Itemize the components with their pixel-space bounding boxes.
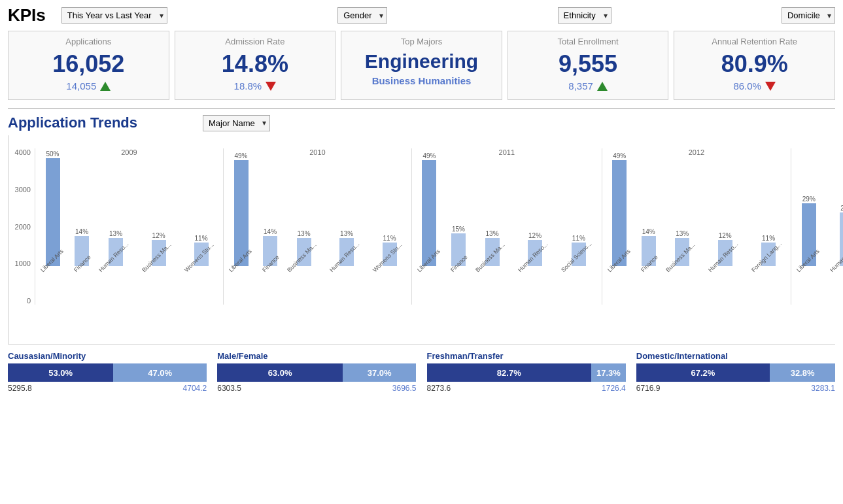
kpi-majors-value: Engineering bbox=[349, 50, 494, 73]
kpi-retention-label: Annual Retention Rate bbox=[682, 37, 827, 46]
kpi-card-admission: Admission Rate 14.8% 18.8% bbox=[175, 31, 336, 100]
stat-title-3: Domestic/International bbox=[636, 351, 835, 361]
kpi-enrollment-sub: 8,357 bbox=[568, 80, 593, 92]
bar-col-2-0: 49%Liberal Arts bbox=[413, 152, 445, 305]
year-group-2013: 201329%Liberal Arts25%Human Reso...19%Fi… bbox=[791, 148, 843, 305]
stat-bar-row-2: 82.7%17.3% bbox=[427, 363, 626, 382]
bar-col-3-0: 49%Liberal Arts bbox=[604, 152, 636, 305]
bars-row-2012: 49%Liberal Arts14%Finance13%Business Ma.… bbox=[604, 148, 790, 305]
kpi-applications-sub: 14,055 bbox=[66, 80, 96, 92]
bar-col-4-1: 25%Human Reso... bbox=[826, 205, 843, 305]
bars-row-2011: 49%Liberal Arts15%Finance13%Business Ma.… bbox=[413, 148, 600, 305]
stat-bar-row-1: 63.0%37.0% bbox=[217, 363, 416, 382]
bars-row-2013: 29%Liberal Arts25%Human Reso...19%Financ… bbox=[793, 148, 843, 305]
kpi-majors-sub: Business Humanities bbox=[372, 75, 472, 86]
application-chart: 4000 3000 2000 1000 0 200950%Liberal Art… bbox=[8, 135, 835, 344]
stat-title-2: Freshman/Transfer bbox=[427, 351, 626, 361]
kpi-enrollment-label: Total Enrollment bbox=[516, 37, 661, 46]
kpi-enrollment-value: 9,555 bbox=[516, 50, 661, 78]
major-filter-select[interactable]: Major Name bbox=[203, 115, 270, 131]
kpi-retention-value: 80.9% bbox=[682, 50, 827, 78]
bar-col-2-3: 12%Human Reso... bbox=[514, 232, 556, 305]
kpi-card-majors: Top Majors Engineering Business Humaniti… bbox=[341, 31, 502, 100]
kpi-card-applications: Applications 16,052 14,055 bbox=[8, 31, 169, 100]
bar-col-3-3: 12%Human Reso... bbox=[704, 232, 746, 305]
trend-up-icon bbox=[100, 82, 111, 91]
domicile-filter-wrapper[interactable]: Domicile bbox=[782, 7, 835, 24]
year-label-2012: 2012 bbox=[689, 148, 704, 156]
stat-title-1: Male/Female bbox=[217, 351, 416, 361]
trend-down-icon-2 bbox=[765, 82, 776, 91]
bar-col-0-3: 12%Business Ma... bbox=[138, 232, 179, 305]
kpi-majors-label: Top Majors bbox=[349, 37, 494, 46]
stat-group-3: Domestic/International67.2%32.8%6716.932… bbox=[636, 351, 835, 393]
trends-title: Application Trends bbox=[8, 114, 137, 131]
bar-col-2-2: 13%Business Ma... bbox=[472, 230, 513, 305]
chart-bars-area: 200950%Liberal Arts14%Finance13%Human Re… bbox=[9, 135, 835, 344]
time-filter-wrapper[interactable]: This Year vs Last Year bbox=[61, 7, 167, 24]
year-group-2012: 201249%Liberal Arts14%Finance13%Business… bbox=[602, 148, 791, 305]
year-label-2011: 2011 bbox=[499, 148, 515, 156]
trend-up-icon-2 bbox=[597, 82, 608, 91]
trends-header: Application Trends Major Name bbox=[8, 109, 835, 131]
ethnicity-filter-wrapper[interactable]: Ethnicity bbox=[558, 7, 611, 24]
bar-col-0-2: 13%Human Reso... bbox=[95, 230, 137, 305]
year-label-2010: 2010 bbox=[309, 148, 325, 156]
page-title: KPIs bbox=[8, 5, 46, 25]
kpi-cards-section: Applications 16,052 14,055 Admission Rat… bbox=[0, 31, 843, 108]
bars-row-2009: 50%Liberal Arts14%Finance13%Human Reso..… bbox=[37, 148, 222, 305]
bar-col-3-4: 11%Foreign Lang... bbox=[748, 235, 790, 305]
stat-group-2: Freshman/Transfer82.7%17.3%8273.61726.4 bbox=[427, 351, 626, 393]
kpi-card-enrollment: Total Enrollment 9,555 8,357 bbox=[508, 31, 669, 100]
year-group-2010: 201049%Liberal Arts14%Finance13%Business… bbox=[223, 148, 411, 305]
page-header: KPIs This Year vs Last Year Gender Ethni… bbox=[0, 0, 843, 31]
bar-col-4-0: 29%Liberal Arts bbox=[793, 195, 825, 305]
bars-row-2010: 49%Liberal Arts14%Finance13%Business Ma.… bbox=[225, 148, 410, 305]
bar-col-0-0: 50%Liberal Arts bbox=[37, 150, 69, 305]
domicile-filter-select[interactable]: Domicile bbox=[782, 7, 835, 24]
bar-col-2-4: 11%Social Scienc... bbox=[557, 235, 600, 305]
kpi-retention-sub: 86.0% bbox=[733, 80, 761, 92]
major-filter-wrapper[interactable]: Major Name bbox=[203, 115, 270, 131]
stat-group-1: Male/Female63.0%37.0%6303.53696.5 bbox=[217, 351, 416, 393]
year-group-2009: 200950%Liberal Arts14%Finance13%Human Re… bbox=[35, 148, 223, 305]
bar-col-1-3: 13%Human Reso... bbox=[326, 230, 368, 305]
kpi-card-retention: Annual Retention Rate 80.9% 86.0% bbox=[674, 31, 835, 100]
stat-bar-row-3: 67.2%32.8% bbox=[636, 363, 835, 382]
kpi-admission-sub: 18.8% bbox=[234, 80, 262, 92]
bar-col-1-4: 11%Womens Stu... bbox=[369, 235, 410, 305]
kpi-applications-label: Applications bbox=[16, 37, 161, 46]
bar-col-1-2: 13%Business Ma... bbox=[283, 230, 324, 305]
bar-col-3-2: 13%Business Ma... bbox=[662, 230, 703, 305]
bottom-stats-section: Causasian/Minority53.0%47.0%5295.84704.2… bbox=[0, 344, 843, 395]
bar-col-1-0: 49%Liberal Arts bbox=[225, 152, 257, 305]
year-group-2011: 201149%Liberal Arts15%Finance13%Business… bbox=[411, 148, 602, 305]
stat-bar-row-0: 53.0%47.0% bbox=[8, 363, 207, 382]
trend-down-icon bbox=[266, 82, 276, 91]
kpi-applications-value: 16,052 bbox=[16, 50, 161, 78]
kpi-admission-value: 14.8% bbox=[183, 50, 328, 78]
gender-filter-select[interactable]: Gender bbox=[337, 7, 387, 24]
stat-group-0: Causasian/Minority53.0%47.0%5295.84704.2 bbox=[8, 351, 207, 393]
gender-filter-wrapper[interactable]: Gender bbox=[337, 7, 387, 24]
time-filter-select[interactable]: This Year vs Last Year bbox=[61, 7, 167, 24]
ethnicity-filter-select[interactable]: Ethnicity bbox=[558, 7, 611, 24]
year-label-2009: 2009 bbox=[121, 148, 137, 156]
stat-title-0: Causasian/Minority bbox=[8, 351, 207, 361]
kpi-admission-label: Admission Rate bbox=[183, 37, 328, 46]
bar-col-0-4: 11%Womens Stu... bbox=[181, 235, 222, 305]
